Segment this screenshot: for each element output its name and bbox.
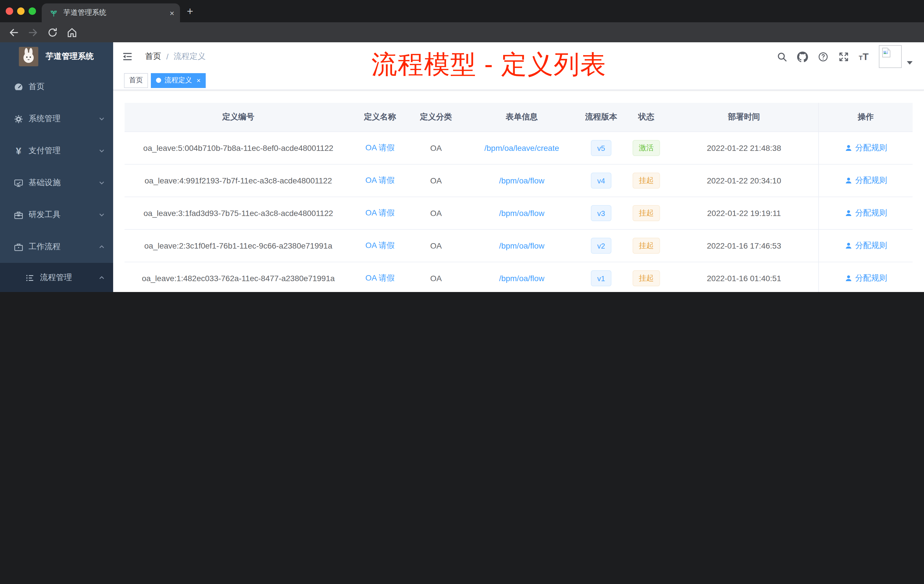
macos-minimize-button[interactable] (17, 7, 25, 15)
tag-close-icon[interactable]: × (196, 77, 201, 84)
table-row: oa_leave:4:991f2193-7b7f-11ec-a3c8-acde4… (125, 165, 912, 197)
dashboard-icon (14, 82, 23, 92)
definition-table: 定义编号 定义名称 定义分类 表单信息 流程版本 状态 部署时间 操作 oa_l… (125, 103, 912, 292)
navbar-actions: TT (777, 42, 912, 71)
col-header-id: 定义编号 (125, 103, 352, 132)
help-icon[interactable] (818, 51, 828, 62)
browser-toolbar: 不安全 dashboard.yudao.iocoder.cn/bpm/manag… (0, 22, 924, 42)
user-icon (844, 242, 852, 250)
form-link[interactable]: /bpm/oa/flow (499, 176, 544, 185)
version-badge: v3 (591, 205, 611, 221)
sidebar-item-infrastructure[interactable]: 基础设施 (0, 167, 113, 199)
assign-rule-button[interactable]: 分配规则 (844, 143, 887, 153)
macos-zoom-button[interactable] (28, 7, 36, 15)
browser-window: 芋道管理系统 × + 不安全 dashboard.yudao.iocoder.c… (0, 0, 924, 292)
sidebar-item-label: 首页 (28, 82, 105, 92)
sidebar-item-workflow[interactable]: 工作流程 (0, 231, 113, 263)
caret-down-icon[interactable] (907, 61, 912, 64)
table-header-row: 定义编号 定义名称 定义分类 表单信息 流程版本 状态 部署时间 操作 (125, 103, 912, 132)
sidebar: 芋道管理系统 首页 系统管理 ¥ 支付管理 基础设施 (0, 42, 113, 292)
monitor-icon (14, 178, 23, 188)
definition-name-link[interactable]: OA 请假 (365, 273, 395, 284)
form-link[interactable]: /bpm/oa/flow (499, 209, 544, 218)
tab-title: 芋道管理系统 (63, 8, 170, 18)
fullscreen-icon[interactable] (838, 51, 849, 62)
search-icon[interactable] (777, 51, 787, 62)
form-link[interactable]: /bpm/oa/flow (499, 241, 544, 250)
definition-name-link[interactable]: OA 请假 (365, 175, 395, 186)
github-icon[interactable] (797, 51, 808, 62)
new-tab-button[interactable]: + (187, 5, 193, 18)
list-icon (25, 273, 35, 282)
definition-name-link[interactable]: OA 请假 (365, 241, 395, 251)
chevron-down-icon (98, 180, 105, 186)
col-header-name: 定义名称 (352, 103, 408, 132)
form-link[interactable]: /bpm/oa/flow (499, 274, 544, 283)
user-icon (844, 144, 852, 152)
back-icon[interactable] (8, 27, 20, 38)
sidebar-item-system[interactable]: 系统管理 (0, 103, 113, 135)
definition-name-link[interactable]: OA 请假 (365, 143, 395, 153)
definition-category: OA (408, 230, 464, 262)
sidebar-item-dev-tools[interactable]: 研发工具 (0, 199, 113, 231)
col-header-status: 状态 (623, 103, 670, 132)
chevron-down-icon (98, 115, 105, 122)
sidebar-item-label: 工作流程 (28, 242, 98, 252)
user-icon (844, 209, 852, 217)
workflow-submenu: 流程管理 流程表单 用户分组 流程模型 (0, 263, 113, 292)
assign-rule-button[interactable]: 分配规则 (844, 273, 887, 284)
assign-rule-button[interactable]: 分配规则 (844, 241, 887, 251)
sidebar-item-home[interactable]: 首页 (0, 71, 113, 103)
page-content: 定义编号 定义名称 定义分类 表单信息 流程版本 状态 部署时间 操作 oa_l… (113, 90, 924, 292)
sidebar-item-payment[interactable]: ¥ 支付管理 (0, 135, 113, 167)
col-header-category: 定义分类 (408, 103, 464, 132)
definition-category: OA (408, 132, 464, 164)
deploy-time: 2022-01-22 20:34:10 (670, 165, 818, 196)
sidebar-fold-icon[interactable] (122, 51, 133, 62)
browser-titlebar: 芋道管理系统 × + (0, 0, 924, 22)
chevron-up-icon (98, 243, 105, 250)
definition-category: OA (408, 262, 464, 292)
assign-rule-button[interactable]: 分配规则 (844, 208, 887, 218)
definition-name-link[interactable]: OA 请假 (365, 208, 395, 218)
sidebar-item-label: 研发工具 (28, 210, 98, 220)
user-icon (844, 177, 852, 185)
deploy-time: 2022-01-16 17:46:53 (670, 230, 818, 262)
col-header-form: 表单信息 (464, 103, 579, 132)
active-dot-icon (156, 78, 161, 83)
table-row: oa_leave:2:3c1f0ef1-76b1-11ec-9c66-a2380… (125, 230, 912, 262)
avatar[interactable] (879, 45, 902, 68)
tag-home[interactable]: 首页 (124, 73, 148, 88)
sidebar-logo[interactable]: 芋道管理系统 (0, 42, 113, 71)
tag-process-definition[interactable]: 流程定义 × (151, 73, 206, 88)
forward-icon[interactable] (27, 27, 39, 38)
sidebar-item-label: 基础设施 (28, 178, 98, 188)
form-link[interactable]: /bpm/oa/leave/create (484, 144, 559, 153)
version-badge: v4 (591, 173, 611, 188)
definition-id: oa_leave:1:482ec033-762a-11ec-8477-a2380… (125, 262, 352, 292)
definition-id: oa_leave:3:1fad3d93-7b75-11ec-a3c8-acde4… (125, 197, 352, 229)
annotation-title: 流程模型 - 定义列表 (371, 48, 606, 82)
col-header-deploy-time: 部署时间 (670, 103, 818, 132)
assign-rule-button[interactable]: 分配规则 (844, 175, 887, 186)
status-badge: 挂起 (633, 270, 660, 286)
definition-id: oa_leave:5:004b710b-7b8a-11ec-8ef0-acde4… (125, 132, 352, 164)
macos-close-button[interactable] (6, 7, 13, 15)
status-badge: 挂起 (633, 173, 660, 188)
home-icon[interactable] (66, 27, 78, 38)
deploy-time: 2022-01-16 01:40:51 (670, 262, 818, 292)
table-row: oa_leave:1:482ec033-762a-11ec-8477-a2380… (125, 262, 912, 292)
status-badge: 激活 (633, 140, 660, 156)
breadcrumb-home[interactable]: 首页 (145, 51, 161, 62)
font-size-icon[interactable]: TT (859, 52, 869, 61)
sidebar-item-process-management[interactable]: 流程管理 (0, 263, 113, 292)
col-header-version: 流程版本 (579, 103, 623, 132)
definition-category: OA (408, 197, 464, 229)
definition-id: oa_leave:2:3c1f0ef1-76b1-11ec-9c66-a2380… (125, 230, 352, 262)
tab-close-icon[interactable]: × (170, 9, 174, 17)
chevron-up-icon (98, 274, 105, 281)
version-badge: v5 (591, 140, 611, 156)
browser-tab[interactable]: 芋道管理系统 × (42, 3, 180, 22)
sidebar-item-label: 系统管理 (28, 114, 98, 124)
reload-icon[interactable] (47, 27, 58, 38)
